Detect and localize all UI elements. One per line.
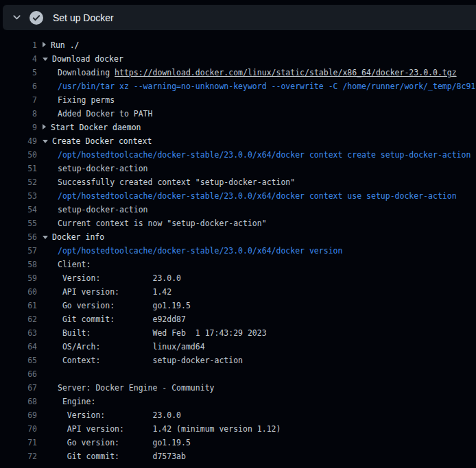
step-title: Set up Docker [53,12,114,23]
line-number-link[interactable]: 71 [0,436,37,449]
line-number-link[interactable]: 68 [0,395,37,408]
triangle-down-icon [43,58,48,61]
line-number-link[interactable]: 66 [0,367,37,381]
line-number-link[interactable]: 1 [0,38,37,52]
log-line: 63 Built: Wed Feb 1 17:43:29 2023 [0,326,476,340]
line-number-link[interactable]: 53 [0,189,37,203]
log-line: 66 [0,367,476,381]
log-line: 50/opt/hostedtoolcache/docker-stable/23.… [0,148,476,162]
line-number-link[interactable]: 58 [0,258,37,271]
command-text: /opt/hostedtoolcache/docker-stable/23.0.… [58,191,457,201]
log-line: 52Successfully created context "setup-do… [0,175,476,189]
log-line: 58Client: [0,258,476,271]
line-number-link[interactable]: 51 [0,162,37,175]
log-lines: 1Run ./4Download docker5Downloading http… [0,30,476,463]
log-text-line: Engine: [43,395,476,408]
log-text: Client: [58,260,91,269]
line-number-link[interactable]: 4 [0,52,37,66]
line-number-link[interactable]: 60 [0,285,37,299]
log-text-line: Go version: go1.19.5 [43,436,476,449]
log-text: Git commit: d7573ab [58,452,186,461]
log-group-header[interactable]: Start Docker daemon [43,121,476,134]
group-label: Download docker [52,54,123,64]
line-number-link[interactable]: 7 [0,93,37,107]
log-text: Git commit: e92dd87 [58,315,186,324]
log-text: Added Docker to PATH [58,109,152,119]
log-line: 67Server: Docker Engine - Community [0,381,476,395]
log-url-link[interactable]: https://download.docker.com/linux/static… [115,68,457,77]
log-text-line: Added Docker to PATH [43,107,476,121]
log-text: Current context is now "setup-docker-act… [58,219,267,228]
log-line: 55Current context is now "setup-docker-a… [0,217,476,230]
line-number-link[interactable]: 50 [0,148,37,162]
log-line: 7Fixing perms [0,93,476,107]
log-line: 54setup-docker-action [0,203,476,217]
log-group-header[interactable]: Docker info [43,230,476,244]
log-line: 72 Git commit: d7573ab [0,449,476,463]
command-text: /usr/bin/tar xz --warning=no-unknown-key… [58,82,475,91]
log-text-line: setup-docker-action [43,203,476,217]
log-text-line: Go version: go1.19.5 [43,299,476,312]
check-circle-icon [29,11,43,25]
line-number-link[interactable]: 59 [0,271,37,285]
line-number-link[interactable]: 70 [0,422,37,436]
line-number-link[interactable]: 54 [0,203,37,217]
log-group-header[interactable]: Create Docker context [43,134,476,148]
line-number-link[interactable]: 57 [0,244,37,258]
log-text: setup-docker-action [58,205,148,214]
log-text: Go version: go1.19.5 [58,301,191,310]
log-text-line: Built: Wed Feb 1 17:43:29 2023 [43,326,476,340]
log-line: 1Run ./ [0,38,476,52]
line-number-link[interactable]: 63 [0,326,37,340]
log-text: Successfully created context "setup-dock… [58,177,295,187]
line-number-link[interactable]: 61 [0,299,37,312]
log-line: 61 Go version: go1.19.5 [0,299,476,312]
log-line: 56Docker info [0,230,476,244]
command-text: /opt/hostedtoolcache/docker-stable/23.0.… [58,246,342,256]
log-text-line: Client: [43,258,476,271]
log-text: Server: Docker Engine - Community [58,383,214,393]
log-text-line: API version: 1.42 (minimum version 1.12) [43,422,476,436]
line-number-link[interactable]: 5 [0,66,37,79]
log-text-line: Context: setup-docker-action [43,354,476,367]
log-line: 8Added Docker to PATH [0,107,476,121]
log-line: 60 API version: 1.42 [0,285,476,299]
log-group-header[interactable]: Run ./ [43,38,476,52]
line-number-link[interactable]: 6 [0,79,37,93]
step-header[interactable]: Set up Docker [3,5,476,30]
log-line: 5Downloading https://download.docker.com… [0,66,476,79]
line-number-link[interactable]: 72 [0,449,37,463]
log-text-line: Current context is now "setup-docker-act… [43,217,476,230]
line-number-link[interactable]: 52 [0,175,37,189]
log-text: Go version: go1.19.5 [58,438,191,447]
triangle-right-icon [43,42,46,47]
line-number-link[interactable]: 65 [0,354,37,367]
log-line: 62 Git commit: e92dd87 [0,312,476,326]
log-line: 57/opt/hostedtoolcache/docker-stable/23.… [0,244,476,258]
log-text: Built: Wed Feb 1 17:43:29 2023 [58,328,267,338]
chevron-down-icon[interactable] [12,12,22,23]
log-text-line: Git commit: d7573ab [43,449,476,463]
log-line: 49Create Docker context [0,134,476,148]
line-number-link[interactable]: 64 [0,340,37,354]
log-group-header[interactable]: Download docker [43,52,476,66]
log-line: 64 OS/Arch: linux/amd64 [0,340,476,354]
log-text-line: Version: 23.0.0 [43,271,476,285]
line-number-link[interactable]: 55 [0,217,37,230]
line-number-link[interactable]: 67 [0,381,37,395]
line-number-link[interactable]: 69 [0,408,37,422]
log-text: Version: 23.0.0 [58,273,181,283]
group-label: Start Docker daemon [51,123,141,132]
log-text-line: API version: 1.42 [43,285,476,299]
log-text: Downloading [58,68,115,77]
log-text: Engine: [58,397,95,406]
log-line: 71 Go version: go1.19.5 [0,436,476,449]
line-number-link[interactable]: 62 [0,312,37,326]
triangle-down-icon [43,140,48,143]
log-text-line: OS/Arch: linux/amd64 [43,340,476,354]
line-number-link[interactable]: 49 [0,134,37,148]
line-number-link[interactable]: 9 [0,121,37,134]
line-number-link[interactable]: 56 [0,230,37,244]
log-text: OS/Arch: linux/amd64 [58,342,205,352]
line-number-link[interactable]: 8 [0,107,37,121]
